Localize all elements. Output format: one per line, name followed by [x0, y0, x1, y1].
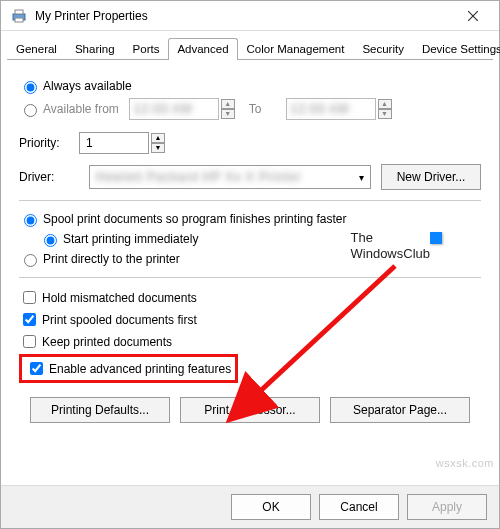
printing-defaults-button[interactable]: Printing Defaults...: [30, 397, 170, 423]
check-print-spooled-first[interactable]: [23, 313, 36, 326]
label-hold-mismatched: Hold mismatched documents: [42, 291, 197, 305]
spool-row: Spool print documents so program finishe…: [19, 211, 481, 227]
chevron-down-icon: ▼: [151, 143, 165, 153]
close-button[interactable]: [453, 2, 493, 30]
from-time-spin[interactable]: ▲▼: [221, 99, 235, 119]
priority-spin[interactable]: ▲▼: [151, 133, 165, 153]
chevron-up-icon: ▲: [151, 133, 165, 143]
highlight-box: Enable advanced printing features: [19, 354, 238, 383]
check-keep-printed[interactable]: [23, 335, 36, 348]
label-priority: Priority:: [19, 136, 79, 150]
label-available-from: Available from: [43, 102, 119, 116]
chevron-down-icon: ▾: [359, 172, 364, 183]
driver-row: Driver: Hewlett Packard HP Xx X Printer …: [19, 164, 481, 190]
chevron-up-icon: ▲: [378, 99, 392, 109]
driver-value: Hewlett Packard HP Xx X Printer: [96, 170, 302, 184]
tab-ports[interactable]: Ports: [124, 38, 169, 60]
label-enable-advanced: Enable advanced printing features: [49, 362, 231, 376]
tab-sharing[interactable]: Sharing: [66, 38, 124, 60]
driver-combo[interactable]: Hewlett Packard HP Xx X Printer ▾: [89, 165, 371, 189]
availability-from-row: Available from 12:00 AM ▲▼ To 12:00 AM ▲…: [19, 98, 481, 120]
new-driver-button[interactable]: New Driver...: [381, 164, 481, 190]
close-icon: [468, 11, 478, 21]
tab-general[interactable]: General: [7, 38, 66, 60]
chevron-up-icon: ▲: [221, 99, 235, 109]
chevron-down-icon: ▼: [378, 109, 392, 119]
printer-icon: [11, 8, 27, 24]
availability-always-row: Always available: [19, 78, 481, 94]
radio-available-from[interactable]: [24, 104, 37, 117]
svg-line-6: [255, 266, 395, 396]
to-time-spin[interactable]: ▲▼: [378, 99, 392, 119]
svg-rect-1: [15, 10, 23, 14]
apply-button[interactable]: Apply: [407, 494, 487, 520]
label-print-directly: Print directly to the printer: [43, 252, 180, 266]
priority-row: Priority: 1 ▲▼: [19, 132, 481, 154]
label-to: To: [249, 102, 262, 116]
label-print-spooled-first: Print spooled documents first: [42, 313, 197, 327]
available-to-time[interactable]: 12:00 AM: [286, 98, 376, 120]
check-hold-mismatched[interactable]: [23, 291, 36, 304]
radio-print-directly[interactable]: [24, 254, 37, 267]
label-driver: Driver:: [19, 170, 79, 184]
label-spool: Spool print documents so program finishe…: [43, 212, 347, 226]
radio-start-immediately[interactable]: [44, 234, 57, 247]
annotation-arrow-icon: [245, 256, 405, 416]
available-from-time[interactable]: 12:00 AM: [129, 98, 219, 120]
check-enable-advanced[interactable]: [30, 362, 43, 375]
ok-button[interactable]: OK: [231, 494, 311, 520]
label-start-immediately: Start printing immediately: [63, 232, 198, 246]
radio-spool[interactable]: [24, 214, 37, 227]
label-keep-printed: Keep printed documents: [42, 335, 172, 349]
priority-input[interactable]: 1: [79, 132, 149, 154]
tab-strip: General Sharing Ports Advanced Color Man…: [1, 31, 499, 59]
tab-security[interactable]: Security: [353, 38, 413, 60]
cancel-button[interactable]: Cancel: [319, 494, 399, 520]
watermark: wsxsk.com: [436, 457, 494, 469]
radio-always-available[interactable]: [24, 81, 37, 94]
tab-color-management[interactable]: Color Management: [238, 38, 354, 60]
dialog-button-bar: OK Cancel Apply: [1, 485, 499, 528]
annotation-square-icon: [430, 232, 442, 244]
tab-device-settings[interactable]: Device Settings: [413, 38, 500, 60]
chevron-down-icon: ▼: [221, 109, 235, 119]
titlebar: My Printer Properties: [1, 1, 499, 31]
svg-rect-2: [15, 18, 23, 22]
label-always-available: Always available: [43, 79, 132, 93]
window-title: My Printer Properties: [35, 9, 453, 23]
tab-advanced[interactable]: Advanced: [168, 38, 237, 60]
